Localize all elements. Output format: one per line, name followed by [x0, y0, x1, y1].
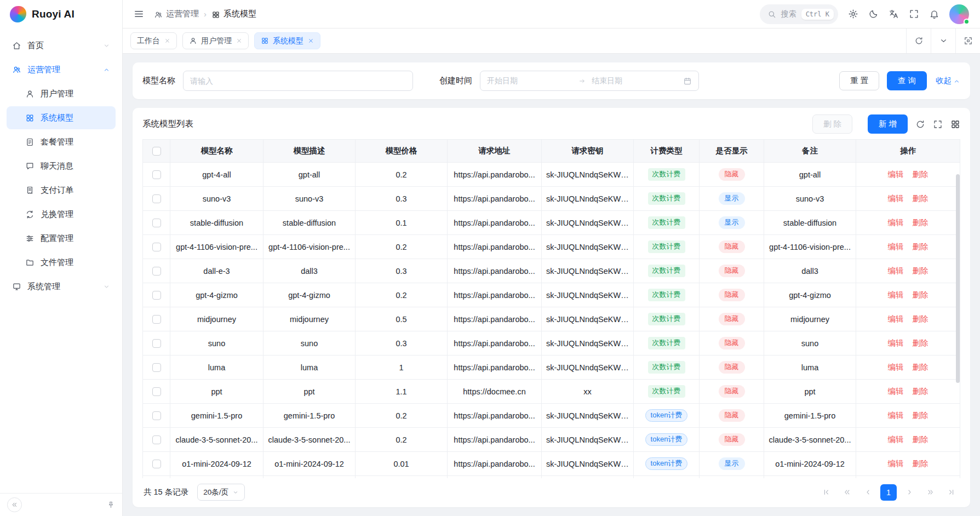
current-page-button[interactable]: 1	[880, 484, 897, 501]
edit-link[interactable]: 编辑	[888, 170, 904, 179]
sidebar-item-home[interactable]: 首页	[7, 34, 116, 57]
jump-forward-button[interactable]	[922, 484, 938, 501]
row-checkbox[interactable]	[152, 363, 161, 372]
row-checkbox[interactable]	[152, 194, 161, 203]
tab-actions-menu-icon[interactable]	[931, 28, 955, 53]
app-logo[interactable]: Ruoyi AI	[0, 0, 122, 28]
select-all-checkbox[interactable]	[152, 147, 161, 156]
edit-link[interactable]: 编辑	[888, 218, 904, 227]
sidebar-item-system-management[interactable]: 系统管理	[7, 275, 116, 298]
language-icon[interactable]	[889, 9, 899, 19]
sidebar-collapse-button[interactable]	[7, 497, 22, 512]
row-delete-link[interactable]: 删除	[913, 290, 929, 299]
column-settings-icon[interactable]	[950, 119, 960, 129]
pin-sidebar-icon[interactable]	[107, 501, 115, 509]
sidebar-item-config-management[interactable]: 配置管理	[7, 227, 116, 250]
row-delete-link[interactable]: 删除	[913, 387, 929, 395]
add-button[interactable]: 新 增	[868, 114, 908, 134]
sidebar-item-label: 运营管理	[27, 65, 60, 75]
row-delete-link[interactable]: 删除	[913, 194, 929, 203]
tab-system-model[interactable]: 系统模型	[254, 32, 320, 49]
row-checkbox[interactable]	[152, 291, 161, 300]
collapse-filter-link[interactable]: 收起	[936, 76, 960, 86]
notifications-icon[interactable]	[929, 9, 939, 19]
breadcrumb-item-system-model[interactable]: 系统模型	[211, 9, 256, 19]
settings-icon[interactable]	[848, 9, 858, 19]
date-range-picker[interactable]: 开始日期 结束日期	[480, 71, 699, 91]
sidebar-item-operations[interactable]: 运营管理	[7, 58, 116, 81]
edit-link[interactable]: 编辑	[888, 194, 904, 203]
dark-mode-icon[interactable]	[868, 9, 879, 19]
row-delete-link[interactable]: 删除	[913, 314, 929, 323]
next-page-button[interactable]	[901, 484, 918, 501]
cell-model-name: midjourney	[170, 307, 263, 331]
refresh-page-icon[interactable]	[906, 28, 931, 53]
sidebar-item-system-model[interactable]: 系统模型	[7, 106, 116, 129]
row-checkbox[interactable]	[152, 387, 161, 396]
batch-delete-button[interactable]: 删 除	[812, 114, 852, 134]
edit-link[interactable]: 编辑	[888, 290, 904, 299]
edit-link[interactable]: 编辑	[888, 363, 904, 371]
maximize-content-icon[interactable]	[955, 28, 980, 53]
edit-link[interactable]: 编辑	[888, 339, 904, 347]
last-page-button[interactable]	[943, 484, 959, 501]
row-checkbox[interactable]	[152, 267, 161, 276]
breadcrumb-item-operations[interactable]: 运营管理	[154, 9, 199, 19]
prev-page-button[interactable]	[859, 484, 876, 501]
row-checkbox[interactable]	[152, 435, 161, 444]
model-name-input[interactable]	[183, 71, 413, 91]
vertical-scrollbar[interactable]	[955, 162, 960, 478]
row-checkbox[interactable]	[152, 170, 161, 179]
row-delete-link[interactable]: 删除	[913, 459, 929, 468]
row-delete-link[interactable]: 删除	[913, 411, 929, 420]
sidebar-item-redeem-management[interactable]: 兑换管理	[7, 203, 116, 226]
close-tab-icon[interactable]	[236, 38, 242, 44]
row-checkbox[interactable]	[152, 339, 161, 348]
sidebar-item-file-management[interactable]: 文件管理	[7, 251, 116, 274]
tab-workbench[interactable]: 工作台	[130, 32, 177, 49]
visibility-badge: 隐藏	[719, 313, 745, 325]
user-avatar[interactable]	[949, 4, 969, 24]
row-delete-link[interactable]: 删除	[913, 435, 929, 444]
row-checkbox[interactable]	[152, 315, 161, 324]
tab-user-management[interactable]: 用户管理	[182, 32, 249, 49]
refresh-table-icon[interactable]	[915, 119, 925, 129]
column-header: 是否显示	[700, 140, 764, 163]
row-checkbox[interactable]	[152, 219, 161, 227]
edit-link[interactable]: 编辑	[888, 387, 904, 395]
row-checkbox[interactable]	[152, 243, 161, 251]
fullscreen-icon[interactable]	[909, 9, 919, 19]
edit-link[interactable]: 编辑	[888, 435, 904, 444]
row-delete-link[interactable]: 删除	[913, 242, 929, 251]
row-delete-link[interactable]: 删除	[913, 170, 929, 179]
sidebar-item-user-management[interactable]: 用户管理	[7, 82, 116, 105]
row-delete-link[interactable]: 删除	[913, 339, 929, 347]
sidebar-item-package-management[interactable]: 套餐管理	[7, 130, 116, 153]
row-delete-link[interactable]: 删除	[913, 218, 929, 227]
query-button[interactable]: 查 询	[887, 71, 927, 90]
row-checkbox[interactable]	[152, 411, 161, 420]
menu-toggle-icon[interactable]	[134, 9, 144, 19]
row-checkbox[interactable]	[152, 460, 161, 468]
close-tab-icon[interactable]	[308, 38, 314, 44]
first-page-button[interactable]	[818, 484, 834, 501]
cell-model-name: ppt	[170, 380, 263, 404]
edit-link[interactable]: 编辑	[888, 459, 904, 468]
column-header: 请求地址	[448, 140, 542, 163]
row-delete-link[interactable]: 删除	[913, 266, 929, 275]
page-size-select[interactable]: 20条/页	[197, 484, 245, 501]
edit-link[interactable]: 编辑	[888, 242, 904, 251]
chevron-down-icon	[232, 489, 239, 496]
sidebar-item-payment-orders[interactable]: 支付订单	[7, 179, 116, 202]
jump-back-button[interactable]	[839, 484, 855, 501]
edit-link[interactable]: 编辑	[888, 266, 904, 275]
edit-link[interactable]: 编辑	[888, 411, 904, 420]
table-fullscreen-icon[interactable]	[933, 119, 943, 129]
scrollbar-thumb[interactable]	[956, 174, 960, 383]
close-tab-icon[interactable]	[164, 38, 170, 44]
sidebar-item-chat-messages[interactable]: 聊天消息	[7, 154, 116, 177]
global-search[interactable]: 搜索 Ctrl K	[760, 4, 838, 24]
edit-link[interactable]: 编辑	[888, 314, 904, 323]
row-delete-link[interactable]: 删除	[913, 363, 929, 371]
reset-button[interactable]: 重 置	[839, 71, 879, 90]
